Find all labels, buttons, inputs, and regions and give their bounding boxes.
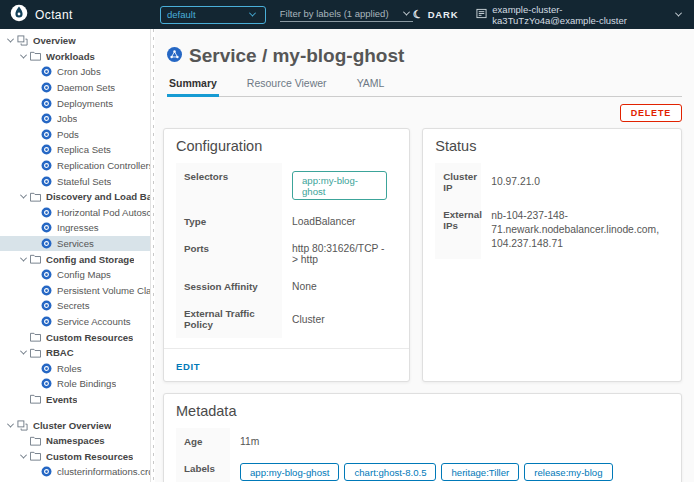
sidebar-item-service-accounts[interactable]: Service Accounts [0,314,150,330]
namespace-select[interactable]: default [160,6,266,24]
kv-key: Ports [176,235,282,273]
sidebar-item-label: Events [46,394,77,405]
label-pill[interactable]: heritage:Tiller [441,463,519,481]
kv-row-external-traffic-policy: External Traffic PolicyCluster [176,300,397,338]
chevron-down-icon[interactable] [17,253,29,265]
sidebar-item-label: Stateful Sets [57,176,111,187]
resource-icon [40,98,53,109]
chevron-spacer [17,331,29,343]
sidebar-item-cluster-overview[interactable]: Cluster Overview [0,417,150,433]
kv-value: 10.97.21.0 [481,163,550,201]
theme-toggle[interactable]: ☾ DARK [413,8,458,21]
chevron-down-icon [247,9,259,21]
kv-row-age: Age11m [176,428,669,455]
folder-icon [29,436,42,446]
sidebar-item-overview[interactable]: Overview [0,33,150,49]
label-pill[interactable]: release:my-blog [524,463,612,481]
sidebar-item-daemon-sets[interactable]: Daemon Sets [0,80,150,96]
kv-key: Selectors [176,163,282,208]
kv-row-external-ips: External IPsnb-104-237-148-71.newark.nod… [435,201,669,259]
sidebar-item-roles[interactable]: Roles [0,360,150,376]
sidebar-item-custom-resources[interactable]: Custom Resources [0,329,150,345]
chevron-spacer [17,393,29,405]
tab-yaml[interactable]: YAML [355,77,387,96]
objects-icon [16,35,29,46]
chevron-down-icon[interactable] [17,191,29,203]
tab-bar: SummaryResource ViewerYAML [167,77,682,97]
sidebar-item-stateful-sets[interactable]: Stateful Sets [0,173,150,189]
folder-icon [29,394,42,404]
kv-value: 11m [230,428,269,455]
sidebar-item-label: Cluster Overview [33,420,111,431]
sidebar-item-label: Config and Storage [46,254,134,265]
cluster-context-selector[interactable]: example-cluster-ka3TuTzYo4a@example-clus… [476,4,684,26]
sidebar-item-config-maps[interactable]: Config Maps [0,267,150,283]
kv-key: External Traffic Policy [176,300,282,338]
namespace-value: default [167,9,196,20]
sidebar-item-label: Custom Resources [46,332,133,343]
chevron-down-icon [672,9,684,21]
sidebar-item-rbac[interactable]: RBAC [0,345,150,361]
resource-icon [40,363,53,374]
folder-icon [29,332,42,342]
sidebar-item-ingresses[interactable]: Ingresses [0,220,150,236]
edit-link[interactable]: EDIT [176,361,200,372]
sidebar-item-services[interactable]: Services [0,236,150,252]
kv-key: Age [176,428,230,455]
label-pill[interactable]: app:my-blog-ghost [240,463,339,481]
kv-key: External IPs [435,201,481,259]
label-pill[interactable]: chart:ghost-8.0.5 [344,463,436,481]
resource-icon [40,176,53,187]
cluster-icon [476,8,487,21]
sidebar-item-label: RBAC [46,347,74,358]
chevron-down-icon[interactable] [17,347,29,359]
resource-icon [40,207,53,218]
resource-icon [40,316,53,327]
kv-value: http 80:31626/TCP -> http [282,235,397,273]
service-icon [167,47,182,66]
kv-value: app:my-blog-ghost [282,163,397,208]
chevron-down-icon[interactable] [4,419,16,431]
sidebar-item-events[interactable]: Events [0,392,150,408]
tab-resource-viewer[interactable]: Resource Viewer [245,77,329,96]
resource-icon [40,238,53,249]
resource-icon [40,113,53,124]
resource-icon [40,269,53,280]
sidebar-item-secrets[interactable]: Secrets [0,298,150,314]
chevron-down-icon[interactable] [17,450,29,462]
sidebar-item-horizontal-pod-autoscalers[interactable]: Horizontal Pod Autoscalers [0,205,150,221]
tab-summary[interactable]: Summary [167,77,219,97]
folder-icon [29,192,42,202]
chevron-down-icon[interactable] [17,50,29,62]
delete-button[interactable]: DELETE [620,104,682,122]
sidebar-item-clusterinformations-crd-projec[interactable]: clusterinformations.crd.projec [0,464,150,480]
metadata-title: Metadata [176,403,669,419]
cluster-context-label: example-cluster-ka3TuTzYo4a@example-clus… [492,4,667,26]
chevron-down-icon[interactable] [4,35,16,47]
sidebar-item-jobs[interactable]: Jobs [0,111,150,127]
sidebar-item-namespaces[interactable]: Namespaces [0,433,150,449]
sidebar-item-cron-jobs[interactable]: Cron Jobs [0,64,150,80]
sidebar-item-replica-sets[interactable]: Replica Sets [0,142,150,158]
main-content: Service / my-blog-ghost SummaryResource … [155,29,694,482]
folder-icon [29,254,42,264]
resource-icon [40,82,53,93]
selector-pill[interactable]: app:my-blog-ghost [292,171,387,200]
sidebar-item-workloads[interactable]: Workloads [0,49,150,65]
sidebar-item-pods[interactable]: Pods [0,127,150,143]
sidebar-item-custom-resources[interactable]: Custom Resources [0,448,150,464]
sidebar-item-replication-controllers[interactable]: Replication Controllers [0,158,150,174]
label-filter-text: Filter by labels (1 applied) [280,8,389,19]
label-filter-input[interactable]: Filter by labels (1 applied) [280,7,413,22]
resource-icon [40,160,53,171]
sidebar-item-persistent-volume-claims[interactable]: Persistent Volume Claims [0,283,150,299]
sidebar-item-config-and-storage[interactable]: Config and Storage [0,251,150,267]
sidebar-item-role-bindings[interactable]: Role Bindings [0,376,150,392]
sidebar-item-label: Service Accounts [57,316,131,327]
resource-icon [40,222,53,233]
sidebar-item-discovery-and-load-balancing[interactable]: Discovery and Load Balancing [0,189,150,205]
sidebar-item-label: clusterinformations.crd.projec [57,466,150,477]
sidebar-item-deployments[interactable]: Deployments [0,95,150,111]
folder-icon [29,348,42,358]
kv-value: nb-104-237-148-71.newark.nodebalancer.li… [481,201,669,259]
